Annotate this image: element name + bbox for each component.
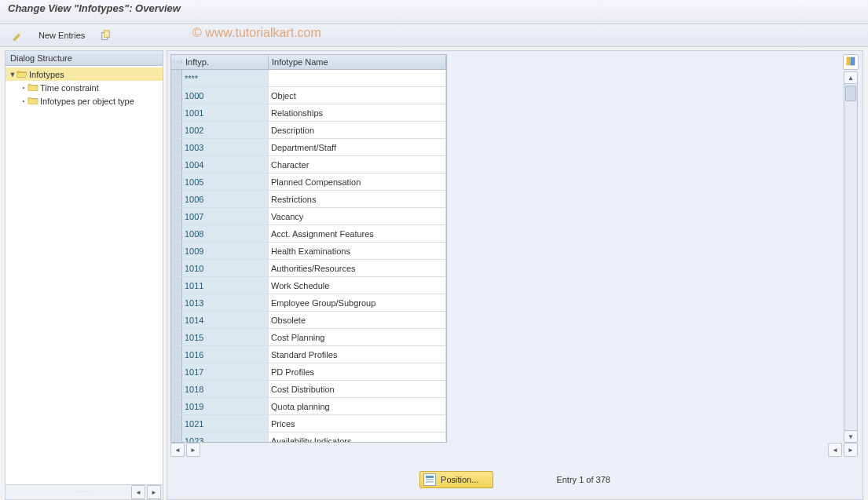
column-header-name[interactable]: Infotype Name bbox=[269, 56, 446, 68]
new-entries-button[interactable]: New Entries bbox=[33, 28, 90, 42]
other-view-button[interactable] bbox=[6, 27, 28, 43]
cell-infotype-code[interactable]: 1007 bbox=[182, 208, 269, 224]
select-all-header[interactable] bbox=[171, 60, 182, 64]
table-settings-button[interactable] bbox=[843, 54, 859, 70]
row-selector[interactable] bbox=[171, 122, 182, 138]
cell-infotype-code[interactable]: 1017 bbox=[182, 363, 269, 380]
tree-node-time-constraint[interactable]: •Time constraint bbox=[5, 81, 163, 94]
vertical-scrollbar[interactable]: ▲ ▼ bbox=[844, 71, 858, 443]
table-scroll-right-button[interactable]: ► bbox=[186, 443, 200, 457]
cell-infotype-code[interactable]: 1000 bbox=[182, 87, 269, 104]
copy-button[interactable] bbox=[95, 27, 117, 43]
cell-infotype-name[interactable]: Employee Group/Subgroup bbox=[269, 294, 446, 311]
cell-infotype-name[interactable]: Availability Indicators bbox=[269, 432, 446, 442]
row-selector[interactable] bbox=[171, 294, 182, 311]
cell-infotype-code[interactable]: 1010 bbox=[182, 260, 269, 276]
table-row[interactable]: 1001Relationships bbox=[171, 104, 446, 122]
table-row[interactable]: 1021Prices bbox=[171, 415, 446, 432]
cell-infotype-code[interactable]: 1002 bbox=[182, 122, 269, 138]
cell-infotype-code[interactable]: 1011 bbox=[182, 277, 269, 294]
row-selector[interactable] bbox=[171, 243, 182, 259]
table-scroll-left-button-2[interactable]: ◄ bbox=[828, 443, 842, 457]
table-row[interactable]: 1002Description bbox=[171, 122, 446, 139]
cell-infotype-code[interactable]: 1019 bbox=[182, 398, 269, 414]
row-selector[interactable] bbox=[171, 398, 182, 414]
table-row[interactable]: 1010Authorities/Resources bbox=[171, 260, 446, 277]
cell-infotype-name[interactable]: Planned Compensation bbox=[269, 173, 446, 190]
cell-infotype-name[interactable]: Cost Distribution bbox=[269, 381, 446, 397]
row-selector[interactable] bbox=[171, 381, 182, 397]
cell-infotype-name[interactable]: Health Examinations bbox=[269, 243, 446, 259]
cell-infotype-code[interactable]: 1008 bbox=[182, 225, 269, 242]
cell-infotype-code[interactable]: 1016 bbox=[182, 346, 269, 363]
cell-infotype-name[interactable]: Cost Planning bbox=[269, 329, 446, 345]
cell-infotype-code[interactable]: 1005 bbox=[182, 173, 269, 190]
table-row[interactable]: 1000Object bbox=[171, 87, 446, 104]
tree-node-infotypes[interactable]: ▼Infotypes bbox=[5, 68, 163, 81]
cell-infotype-code[interactable]: 1004 bbox=[182, 156, 269, 173]
table-row[interactable]: 1018Cost Distribution bbox=[171, 381, 446, 398]
expander-icon[interactable]: ▼ bbox=[9, 71, 16, 78]
cell-infotype-code[interactable]: 1001 bbox=[182, 104, 269, 121]
table-row[interactable]: 1023Availability Indicators bbox=[171, 432, 446, 442]
scroll-thumb[interactable] bbox=[845, 86, 856, 101]
cell-infotype-name[interactable]: Department/Staff bbox=[269, 139, 446, 155]
cell-infotype-code[interactable]: 1013 bbox=[182, 294, 269, 311]
cell-infotype-code[interactable]: 1014 bbox=[182, 312, 269, 328]
cell-infotype-name[interactable]: Obsolete bbox=[269, 312, 446, 328]
row-selector[interactable] bbox=[171, 329, 182, 345]
cell-infotype-name[interactable]: Authorities/Resources bbox=[269, 260, 446, 276]
row-selector[interactable] bbox=[171, 260, 182, 276]
cell-infotype-code[interactable]: 1003 bbox=[182, 139, 269, 155]
column-header-code[interactable]: Inftyp. bbox=[182, 56, 269, 68]
row-selector[interactable] bbox=[171, 173, 182, 190]
table-row[interactable]: 1006Restrictions bbox=[171, 191, 446, 208]
table-row[interactable]: 1013Employee Group/Subgroup bbox=[171, 294, 446, 312]
tree-node-infotypes-per-object-type[interactable]: •Infotypes per object type bbox=[5, 94, 163, 108]
cell-infotype-name[interactable]: Restrictions bbox=[269, 191, 446, 207]
sidebar-scroll-right-button[interactable]: ► bbox=[147, 485, 161, 499]
cell-infotype-name[interactable]: Acct. Assignment Features bbox=[269, 225, 446, 242]
cell-infotype-name[interactable]: Description bbox=[269, 122, 446, 138]
cell-infotype-name[interactable]: Work Schedule bbox=[269, 277, 446, 294]
row-selector[interactable] bbox=[171, 415, 182, 432]
cell-infotype-name[interactable]: Prices bbox=[269, 415, 446, 432]
scroll-up-button[interactable]: ▲ bbox=[844, 72, 857, 84]
cell-infotype-name[interactable]: PD Profiles bbox=[269, 363, 446, 380]
cell-infotype-code[interactable]: 1015 bbox=[182, 329, 269, 345]
row-selector[interactable] bbox=[171, 104, 182, 121]
table-row[interactable]: 1004Character bbox=[171, 156, 446, 173]
cell-infotype-name[interactable]: Standard Profiles bbox=[269, 346, 446, 363]
row-selector[interactable] bbox=[171, 432, 182, 442]
table-row[interactable]: 1015Cost Planning bbox=[171, 329, 446, 346]
sidebar-scroll-left-button[interactable]: ◄ bbox=[131, 485, 145, 499]
table-row[interactable]: 1009Health Examinations bbox=[171, 243, 446, 260]
cell-infotype-name[interactable]: Quota planning bbox=[269, 398, 446, 414]
table-row[interactable]: 1011Work Schedule bbox=[171, 277, 446, 294]
row-selector[interactable] bbox=[171, 208, 182, 224]
scroll-down-button[interactable]: ▼ bbox=[844, 430, 857, 442]
cell-infotype-code[interactable]: **** bbox=[182, 70, 269, 86]
row-selector[interactable] bbox=[171, 225, 182, 242]
row-selector[interactable] bbox=[171, 156, 182, 173]
cell-infotype-name[interactable] bbox=[269, 70, 446, 86]
position-button[interactable]: Position... bbox=[419, 471, 493, 488]
cell-infotype-code[interactable]: 1023 bbox=[182, 432, 269, 442]
table-row[interactable]: 1014Obsolete bbox=[171, 312, 446, 329]
cell-infotype-code[interactable]: 1018 bbox=[182, 381, 269, 397]
row-selector[interactable] bbox=[171, 191, 182, 207]
cell-infotype-name[interactable]: Object bbox=[269, 87, 446, 104]
cell-infotype-code[interactable]: 1006 bbox=[182, 191, 269, 207]
cell-infotype-code[interactable]: 1009 bbox=[182, 243, 269, 259]
cell-infotype-name[interactable]: Character bbox=[269, 156, 446, 173]
row-selector[interactable] bbox=[171, 70, 182, 86]
drag-handle-icon[interactable]: ⋯⋯ bbox=[78, 489, 90, 495]
row-selector[interactable] bbox=[171, 87, 182, 104]
row-selector[interactable] bbox=[171, 363, 182, 380]
table-row[interactable]: 1016Standard Profiles bbox=[171, 346, 446, 363]
table-scroll-right-button-2[interactable]: ► bbox=[844, 443, 858, 457]
table-row[interactable]: 1008Acct. Assignment Features bbox=[171, 225, 446, 243]
row-selector[interactable] bbox=[171, 277, 182, 294]
row-selector[interactable] bbox=[171, 346, 182, 363]
table-row[interactable]: 1019Quota planning bbox=[171, 398, 446, 415]
